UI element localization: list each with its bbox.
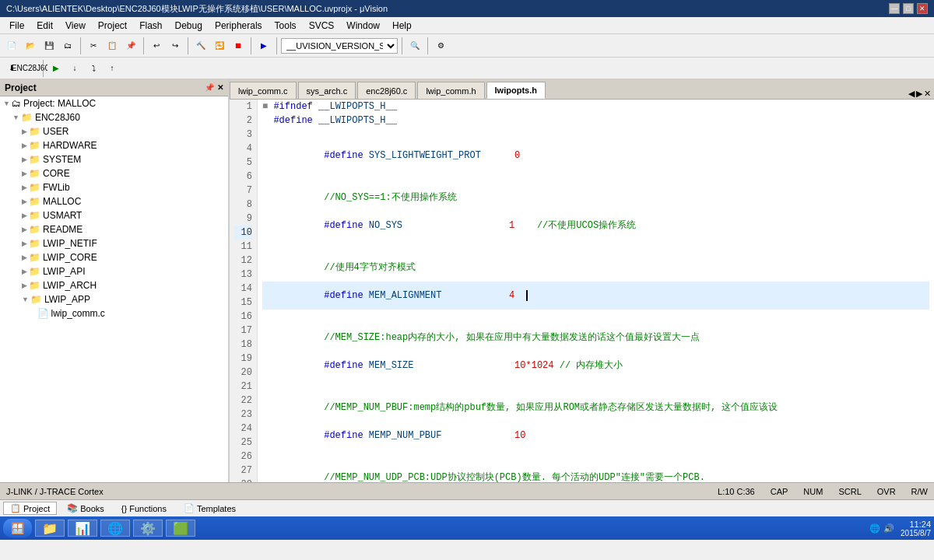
maximize-button[interactable]: □ [903,3,914,14]
explorer-icon: 📁 [42,521,58,536]
menu-item-tools[interactable]: Tools [269,19,303,33]
tree-item-lwip-netif[interactable]: ▶ 📁 LWIP_NETIF [0,236,228,250]
sep6 [402,37,402,54]
step-button[interactable]: ↓ [66,60,83,77]
tab-sys-arch-c[interactable]: sys_arch.c [298,82,356,99]
code-line-8 [262,240,929,254]
taskbar-app-settings[interactable]: ⚙️ [133,520,163,537]
project-panel-header: Project 📌 ✕ [0,79,228,96]
menu-bar: FileEditViewProjectFlashDebugPeripherals… [0,17,934,34]
templates-tab-icon: 📄 [184,503,195,513]
build-button[interactable]: 🔨 [192,37,209,54]
network-icon: 🌐 [869,523,880,534]
tab-project[interactable]: 📋 Project [3,502,57,515]
project-tab-icon: 📋 [10,503,21,513]
project-panel: Project 📌 ✕ ▼ 🗂 Project: MALLOC ▼ 📁 ENC2… [0,79,230,482]
functions-tab-label: Functions [129,504,167,513]
editor-content: 12345 678910 1112131415 1617181920 21222… [230,100,934,482]
editor: lwip_comm.c sys_arch.c enc28j60.c lwip_c… [230,79,934,482]
tree-item-system[interactable]: ▶ 📁 SYSTEM [0,152,228,166]
tab-functions[interactable]: {} Functions [114,502,174,515]
tab-scroll-right[interactable]: ▶ [916,89,922,99]
ovr-indicator: OVR [877,487,896,496]
open-button[interactable]: 📂 [22,37,39,54]
tree-item-project-root[interactable]: ▼ 🗂 Project: MALLOC [0,96,228,110]
tab-lwip-comm-h[interactable]: lwip_comm.h [417,82,484,99]
tree-item-lwip-app[interactable]: ▼ 📁 LWIP_APP [0,292,228,306]
menu-item-svcs[interactable]: SVCS [303,19,341,33]
menu-item-window[interactable]: Window [340,19,386,33]
redo-button[interactable]: ↪ [167,37,184,54]
tree-item-user[interactable]: ▶ 📁 USER [0,124,228,138]
start-button[interactable]: 🪟 [3,519,32,537]
debug-button[interactable]: ▶ [255,37,272,54]
tree-item-lwip-core[interactable]: ▶ 📁 LWIP_CORE [0,250,228,264]
taskbar-app-explorer[interactable]: 📁 [35,520,65,537]
taskbar-app-green[interactable]: 🟩 [166,520,195,537]
tab-lwipopts-h[interactable]: lwipopts.h [486,82,546,99]
menu-item-file[interactable]: File [3,19,30,33]
panel-pin[interactable]: 📌 [205,83,214,92]
copy-button[interactable]: 📋 [104,37,121,54]
undo-button[interactable]: ↩ [148,37,165,54]
code-line-17 [262,450,929,464]
green-app-icon: 🟩 [173,521,188,536]
cut-button[interactable]: ✂ [85,37,102,54]
menu-item-peripherals[interactable]: Peripherals [209,19,269,33]
menu-item-view[interactable]: View [59,19,92,33]
code-area[interactable]: ■ #ifndef __LWIPOPTS_H__ #define __LWIPO… [258,100,934,482]
stepout-button[interactable]: ↑ [104,60,121,77]
tab-bar: lwip_comm.c sys_arch.c enc28j60.c lwip_c… [230,79,934,100]
menu-item-flash[interactable]: Flash [133,19,168,33]
tree-item-lwip-api[interactable]: ▶ 📁 LWIP_API [0,264,228,278]
tab-enc28j60-c[interactable]: enc28j60.c [357,82,416,99]
tree-item-hardware[interactable]: ▶ 📁 HARDWARE [0,138,228,152]
tree-item-core[interactable]: ▶ 📁 CORE [0,166,228,180]
sep2 [143,37,144,54]
tree-item-malloc[interactable]: ▶ 📁 MALLOC [0,194,228,208]
search-button[interactable]: 🔍 [406,37,423,54]
tab-books[interactable]: 📚 Books [60,502,111,515]
code-line-5 [262,170,929,184]
tab-templates[interactable]: 📄 Templates [177,502,243,515]
paste-button[interactable]: 📌 [122,37,139,54]
minimize-button[interactable]: — [889,3,900,14]
tree-label-core: CORE [43,168,70,179]
save-button[interactable]: 💾 [40,37,58,54]
tab-scroll-left[interactable]: ◀ [908,89,915,99]
stepover-button[interactable]: ⤵ [85,60,102,77]
tree-item-enc28j60[interactable]: ▼ 📁 ENC28J60 [0,110,228,124]
flash-button[interactable]: ENC28J60 [22,60,39,77]
code-line-2: #define __LWIPOPTS_H__ [262,114,929,128]
tree-item-fwlib[interactable]: ▶ 📁 FWLib [0,180,228,194]
tree-item-readme[interactable]: ▶ 📁 README [0,222,228,236]
clock-area[interactable]: 11:24 2015/8/7 [901,520,931,537]
caps-indicator: CAP [771,487,788,496]
menu-item-help[interactable]: Help [386,19,418,33]
taskbar-app-powerpoint[interactable]: 📊 [68,520,97,537]
tree-item-lwip-arch[interactable]: ▶ 📁 LWIP_ARCH [0,278,228,292]
new-button[interactable]: 📄 [3,37,20,54]
tab-lwip-comm-c[interactable]: lwip_comm.c [230,82,297,99]
close-button[interactable]: ✕ [917,3,928,14]
settings-button[interactable]: ⚙ [432,37,449,54]
tab-close[interactable]: ✕ [924,89,931,99]
rebuild-button[interactable]: 🔁 [211,37,228,54]
menu-item-debug[interactable]: Debug [169,19,209,33]
panel-close[interactable]: ✕ [217,83,223,92]
code-line-3 [262,128,929,142]
run-button[interactable]: ▶ [47,60,65,77]
save-all-button[interactable]: 🗂 [59,37,76,54]
tree-item-lwip-comm-c[interactable]: 📄 lwip_comm.c [0,306,228,320]
tree-item-usmart[interactable]: ▶ 📁 USMART [0,208,228,222]
menu-item-edit[interactable]: Edit [30,19,59,33]
clock-date: 2015/8/7 [901,529,931,537]
sep3 [188,37,188,54]
books-tab-icon: 📚 [67,503,78,513]
stop-button[interactable]: ⏹ [230,37,247,54]
taskbar-right: 🌐 🔊 11:24 2015/8/7 [869,520,931,537]
taskbar-app-browser[interactable]: 🌐 [100,520,130,537]
target-select[interactable]: __UVISION_VERSION_SE [281,38,398,54]
status-bar: J-LINK / J-TRACE Cortex L:10 C:36 CAP NU… [0,482,934,499]
menu-item-project[interactable]: Project [92,19,133,33]
